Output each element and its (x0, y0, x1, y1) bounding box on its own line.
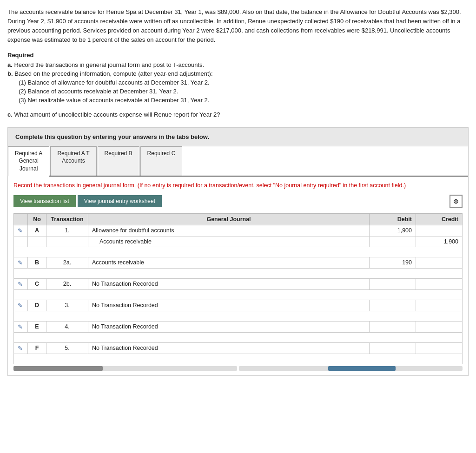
sub-items: (1) Balance of allowance for doubtful ac… (19, 79, 469, 104)
row-no-d: D (28, 300, 46, 311)
part-a: a. Record the transactions in general jo… (7, 61, 469, 68)
credit-a-sub: 1,900 (416, 236, 463, 247)
tab-req-a-t-accounts[interactable]: Required A TAccounts (50, 146, 96, 176)
spacer-row (14, 332, 463, 342)
part-b: b. Based on the preceding information, c… (7, 70, 469, 77)
debit-c (370, 278, 416, 289)
general-journal-a-sub: Accounts receivable (88, 236, 370, 247)
transaction-c: 2b. (46, 278, 88, 289)
complete-box: Complete this question by entering your … (7, 127, 469, 146)
row-no-f: F (28, 342, 46, 354)
debit-b: 190 (370, 257, 416, 268)
spacer-row (14, 354, 463, 364)
debit-e (370, 321, 416, 332)
sub-item-1: (1) Balance of allowance for doubtful ac… (19, 79, 469, 86)
tabs-row: Required AGeneralJournal Required A TAcc… (8, 146, 468, 177)
transaction-a: 1. (46, 225, 88, 236)
table-row: ✎ D 3. No Transaction Recorded (14, 300, 463, 311)
table-row: ✎ F 5. No Transaction Recorded (14, 342, 463, 354)
required-title: Required (7, 52, 469, 59)
edit-cell[interactable]: ✎ (14, 300, 28, 311)
required-section: Required a. Record the transactions in g… (7, 52, 469, 104)
tab-req-b[interactable]: Required B (98, 146, 139, 176)
general-journal-c: No Transaction Recorded (88, 278, 370, 289)
spacer-row (14, 268, 463, 278)
col-edit (14, 213, 28, 225)
credit-b (416, 257, 463, 268)
scrollbar-thumb-1 (13, 366, 103, 371)
expand-icon: ⊗ (453, 197, 459, 205)
edit-icon[interactable]: ✎ (18, 345, 23, 352)
general-journal-b: Accounts receivable (88, 257, 370, 268)
edit-icon[interactable]: ✎ (18, 281, 23, 288)
credit-e (416, 321, 463, 332)
edit-cell[interactable]: ✎ (14, 278, 28, 289)
row-no-c: C (28, 278, 46, 289)
button-row: View transaction list View journal entry… (13, 195, 463, 208)
spacer-row (14, 311, 463, 321)
scrollbar-area (13, 366, 463, 371)
debit-d (370, 300, 416, 311)
tab-req-c[interactable]: Required C (140, 146, 183, 176)
journal-table: No Transaction General Journal Debit Cre… (13, 213, 463, 364)
table-row: ✎ B 2a. Accounts receivable 190 (14, 257, 463, 268)
table-row: ✎ A 1. Allowance for doubtful accounts 1… (14, 225, 463, 236)
transaction-e: 4. (46, 321, 88, 332)
part-c: c. What amount of uncollectible accounts… (7, 111, 469, 118)
col-debit-header: Debit (370, 213, 416, 225)
debit-f (370, 342, 416, 354)
general-journal-f: No Transaction Recorded (88, 342, 370, 354)
col-general-journal-header: General Journal (88, 213, 370, 225)
transaction-b: 2a. (46, 257, 88, 268)
table-row-a-sub: Accounts receivable 1,900 (14, 236, 463, 247)
sub-item-2: (2) Balance of accounts receivable at De… (19, 88, 469, 95)
debit-a-sub (370, 236, 416, 247)
table-body: ✎ A 1. Allowance for doubtful accounts 1… (14, 225, 463, 364)
instruction-text: Record the transactions in general journ… (13, 181, 463, 190)
credit-a (416, 225, 463, 236)
col-transaction-header: Transaction (46, 213, 88, 225)
credit-d (416, 300, 463, 311)
edit-cell[interactable]: ✎ (14, 225, 28, 236)
intro-paragraph: The accounts receivable balance for Renu… (7, 7, 469, 45)
scrollbar-thumb-2 (328, 366, 395, 371)
col-no-header: No (28, 213, 46, 225)
row-no-b: B (28, 257, 46, 268)
col-credit-header: Credit (416, 213, 463, 225)
sub-item-3: (3) Net realizable value of accounts rec… (19, 97, 469, 104)
debit-a: 1,900 (370, 225, 416, 236)
edit-cell[interactable]: ✎ (14, 342, 28, 354)
edit-icon[interactable]: ✎ (18, 302, 23, 309)
general-journal-d: No Transaction Recorded (88, 300, 370, 311)
row-no-a: A (28, 225, 46, 236)
tab-req-a-journal[interactable]: Required AGeneralJournal (8, 146, 49, 177)
edit-cell[interactable]: ✎ (14, 257, 28, 268)
transaction-d: 3. (46, 300, 88, 311)
spacer-row (14, 247, 463, 257)
row-no-e: E (28, 321, 46, 332)
table-header-row: No Transaction General Journal Debit Cre… (14, 213, 463, 225)
credit-c (416, 278, 463, 289)
table-row: ✎ E 4. No Transaction Recorded (14, 321, 463, 332)
tabs-area: Required AGeneralJournal Required A TAcc… (7, 146, 469, 376)
view-journal-entry-worksheet-button[interactable]: View journal entry worksheet (78, 195, 162, 207)
transaction-f: 5. (46, 342, 88, 354)
edit-icon[interactable]: ✎ (18, 259, 23, 266)
credit-f (416, 342, 463, 354)
edit-icon[interactable]: ✎ (18, 227, 23, 234)
edit-icon[interactable]: ✎ (18, 323, 23, 330)
scrollbar-track-2[interactable] (239, 366, 463, 371)
general-journal-e: No Transaction Recorded (88, 321, 370, 332)
expand-button[interactable]: ⊗ (450, 195, 463, 208)
general-journal-a: Allowance for doubtful accounts (88, 225, 370, 236)
edit-cell[interactable]: ✎ (14, 321, 28, 332)
scrollbar-track-1[interactable] (13, 366, 237, 371)
view-transaction-list-button[interactable]: View transaction list (13, 195, 76, 207)
tab-content: Record the transactions in general journ… (8, 177, 468, 375)
table-row: ✎ C 2b. No Transaction Recorded (14, 278, 463, 289)
spacer-row (14, 289, 463, 300)
